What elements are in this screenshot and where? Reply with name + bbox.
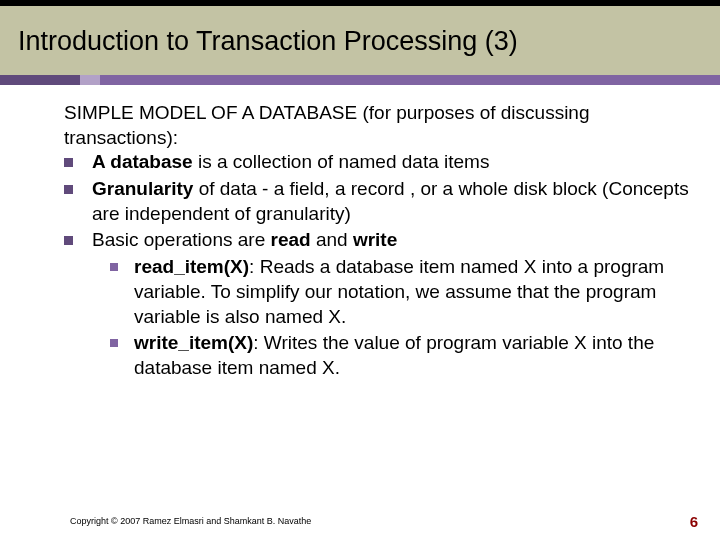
bullet-bold: Granularity bbox=[92, 178, 193, 199]
slide-title: Introduction to Transaction Processing (… bbox=[18, 26, 702, 57]
intro-text: SIMPLE MODEL OF A DATABASE (for purposes… bbox=[28, 101, 692, 150]
sub-bullet-item: read_item(X): Reads a database item name… bbox=[110, 255, 692, 329]
accent-stripe-light bbox=[80, 75, 100, 85]
bullet-item: Basic operations are read and write read… bbox=[64, 228, 692, 380]
sub-bullet-bold: read_item(X) bbox=[134, 256, 249, 277]
slide: Introduction to Transaction Processing (… bbox=[0, 0, 720, 540]
content-body: SIMPLE MODEL OF A DATABASE (for purposes… bbox=[0, 85, 720, 381]
accent-stripe-dark bbox=[0, 75, 80, 85]
bullet-item: A database is a collection of named data… bbox=[64, 150, 692, 175]
bullet-bold: A database bbox=[92, 151, 193, 172]
sub-bullet-bold: write_item(X) bbox=[134, 332, 253, 353]
copyright-footer: Copyright © 2007 Ramez Elmasri and Shamk… bbox=[70, 516, 311, 526]
page-number: 6 bbox=[690, 513, 698, 530]
bullet-text: Basic operations are bbox=[92, 229, 271, 250]
sub-bullet-list: read_item(X): Reads a database item name… bbox=[92, 255, 692, 380]
accent-stripe-mid bbox=[100, 75, 720, 85]
bullet-bold: write bbox=[353, 229, 397, 250]
bullet-bold: read bbox=[271, 229, 311, 250]
bullet-item: Granularity of data - a field, a record … bbox=[64, 177, 692, 226]
title-bar: Introduction to Transaction Processing (… bbox=[0, 6, 720, 75]
bullet-text: and bbox=[311, 229, 353, 250]
accent-stripe bbox=[0, 75, 720, 85]
bullet-text: is a collection of named data items bbox=[193, 151, 490, 172]
sub-bullet-item: write_item(X): Writes the value of progr… bbox=[110, 331, 692, 380]
bullet-list: A database is a collection of named data… bbox=[28, 150, 692, 380]
